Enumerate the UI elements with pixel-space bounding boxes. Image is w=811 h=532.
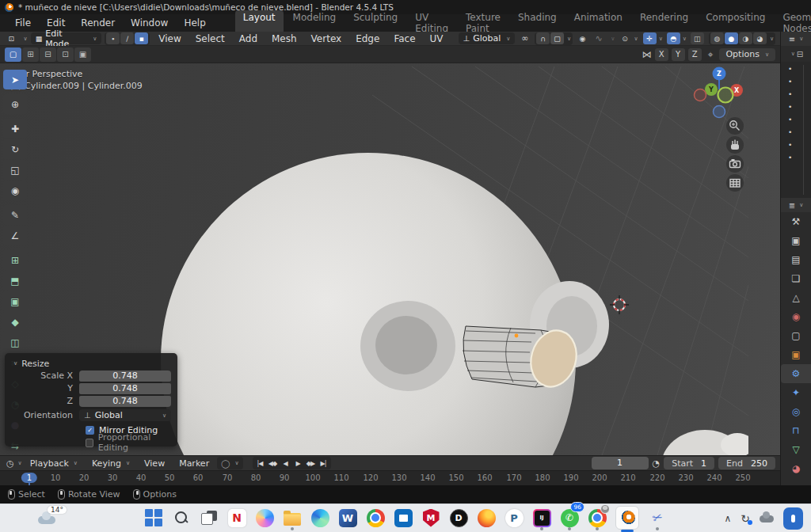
select-extend-icon[interactable]: ⊞ xyxy=(22,48,39,62)
microphone-button[interactable] xyxy=(783,507,803,530)
blender-app-active[interactable] xyxy=(615,507,640,529)
tool-bevel[interactable]: ◆ xyxy=(3,312,27,332)
tool-cursor[interactable]: ⊕ xyxy=(3,94,27,114)
camera-view-button[interactable] xyxy=(726,155,744,173)
select-new-icon[interactable]: ▢ xyxy=(5,48,21,62)
menu-view[interactable]: View xyxy=(153,33,186,44)
scale-y-field[interactable]: 0.748 xyxy=(79,383,171,394)
copilot-app[interactable] xyxy=(254,507,275,529)
task-view-button[interactable] xyxy=(199,507,219,529)
menu-help[interactable]: Help xyxy=(177,16,212,30)
tool-select-box[interactable]: ➤ xyxy=(3,70,27,89)
tab-material-properties[interactable]: ◕ xyxy=(781,459,811,478)
menu-select[interactable]: Select xyxy=(190,33,230,44)
gizmo-minus-y-axis[interactable] xyxy=(718,88,733,103)
menu-uv[interactable]: UV xyxy=(425,33,449,44)
start-button[interactable] xyxy=(143,507,164,529)
search-button[interactable] xyxy=(171,507,192,529)
select-subtract-icon[interactable]: ⊟ xyxy=(40,48,56,62)
tab-modifier-properties[interactable]: ⚙ xyxy=(781,364,811,383)
file-explorer-app[interactable] xyxy=(282,507,303,529)
menu-mesh[interactable]: Mesh xyxy=(266,33,303,44)
menu-edge[interactable]: Edge xyxy=(350,33,385,44)
button-cylinder-mesh[interactable] xyxy=(661,430,748,455)
outliner-item[interactable]: • xyxy=(788,66,792,72)
snap-magnet-icon[interactable]: ∩ xyxy=(536,32,550,44)
mirror-x-button[interactable]: X xyxy=(655,48,668,61)
shading-material-icon[interactable]: ◑ xyxy=(739,32,752,44)
outliner-header[interactable]: ≡ ∨ xyxy=(781,32,811,46)
tab-tool-properties[interactable]: ⚒ xyxy=(781,212,811,231)
snap-link-icon[interactable]: ∞ xyxy=(518,32,531,44)
menu-window[interactable]: Window xyxy=(124,16,175,30)
taskbar-weather-widget[interactable]: 14° xyxy=(36,508,68,529)
prev-keyframe-button[interactable]: ◀◆ xyxy=(267,460,279,467)
tool-measure[interactable]: ∠ xyxy=(3,226,27,245)
outliner-item[interactable]: • xyxy=(788,142,792,148)
outliner-filter-row[interactable]: ∨ ⊟ xyxy=(781,46,811,62)
menu-keying[interactable]: Keying ∨ xyxy=(86,458,136,469)
tab-data-properties[interactable]: ▽ xyxy=(781,440,811,459)
menu-file[interactable]: File xyxy=(8,16,38,30)
orientation-select[interactable]: ⊥ Global ∨ xyxy=(79,409,171,421)
netflix-app[interactable]: N xyxy=(227,507,247,529)
resize-panel-header[interactable]: ∨ Resize xyxy=(11,357,171,370)
whatsapp-app[interactable]: ✆96 xyxy=(559,507,580,529)
menu-marker[interactable]: Marker xyxy=(173,458,215,469)
snap-target-icon[interactable]: ⌖ xyxy=(708,49,714,60)
jump-to-start-button[interactable]: |◀ xyxy=(254,460,266,467)
microsoft-store-app[interactable] xyxy=(393,507,413,529)
outliner-item[interactable]: • xyxy=(788,104,792,110)
outliner-tree[interactable]: • • • • • • • • xyxy=(781,62,811,198)
outliner-item[interactable]: • xyxy=(788,79,792,85)
gizmo-minus-x-axis[interactable] xyxy=(695,89,706,101)
editor-type-icon[interactable]: ⊡ xyxy=(5,32,18,44)
perspective-toggle-button[interactable] xyxy=(726,174,744,192)
visibility-filter-icon[interactable]: ⊙ xyxy=(619,32,632,44)
toggle-xray-icon[interactable]: ◫ xyxy=(691,32,704,44)
tab-constraint-properties[interactable]: ⊓ xyxy=(781,421,811,440)
chrome-app[interactable] xyxy=(365,507,386,529)
outliner-item[interactable]: • xyxy=(788,130,792,135)
outliner-item[interactable]: • xyxy=(788,155,792,161)
show-gizmo-icon[interactable]: ✛ xyxy=(643,32,657,44)
tool-annotate[interactable]: ✎ xyxy=(3,205,27,225)
zoom-button[interactable] xyxy=(726,117,744,135)
navigation-gizmo[interactable]: Z Y X xyxy=(695,67,744,118)
mcafee-app[interactable]: M xyxy=(421,507,441,529)
outliner-item[interactable]: • xyxy=(788,117,792,123)
timeline-ruler[interactable]: 1 10 20 30 40 50 60 70 80 90 100 110 120… xyxy=(0,470,780,485)
tab-collection-properties[interactable]: ▢ xyxy=(781,326,811,345)
tab-viewlayer-properties[interactable]: ❏ xyxy=(781,269,811,288)
tray-expand-chevron[interactable]: ∧ xyxy=(724,513,731,524)
tool-transform[interactable]: ◉ xyxy=(3,180,27,200)
snowman-head-mesh[interactable] xyxy=(161,153,576,455)
outliner-item[interactable]: • xyxy=(788,92,792,97)
jump-to-end-button[interactable]: ▶| xyxy=(318,460,329,467)
play-reverse-button[interactable]: ◀ xyxy=(280,460,291,467)
shading-wireframe-icon[interactable]: ◍ xyxy=(710,32,724,44)
timeline-editor-icon[interactable]: ◷ xyxy=(6,458,14,469)
gizmo-minus-z-axis[interactable] xyxy=(714,106,725,118)
proportional-editing-icon[interactable]: ◉ xyxy=(576,32,589,44)
falloff-icon[interactable]: ∿ xyxy=(592,32,606,44)
menu-vertex[interactable]: Vertex xyxy=(306,33,348,44)
tool-extrude-region[interactable]: ⬒ xyxy=(3,271,27,291)
tool-loop-cut[interactable]: ◫ xyxy=(3,332,27,352)
tab-object-properties[interactable]: ▣ xyxy=(781,345,811,364)
scale-x-field[interactable]: 0.748 xyxy=(79,370,171,382)
tool-add-cube[interactable]: ⊞ xyxy=(3,250,27,270)
show-overlays-icon[interactable]: ◓ xyxy=(667,32,680,44)
word-app[interactable]: W xyxy=(337,507,358,529)
intellij-app[interactable]: IJ xyxy=(531,507,552,529)
scale-z-field[interactable]: 0.748 xyxy=(79,396,171,407)
next-keyframe-button[interactable]: ◆▶ xyxy=(305,460,317,467)
disc-app[interactable]: D xyxy=(448,507,469,529)
select-intersect-icon[interactable]: ▣ xyxy=(74,48,91,62)
proportional-editing-row[interactable]: Proportional Editing xyxy=(86,436,171,449)
viewport-3d[interactable]: Z Y X xyxy=(0,63,780,455)
onedrive-cloud-icon[interactable] xyxy=(760,515,774,522)
auto-keying-button[interactable]: ◯ ∨ xyxy=(217,457,242,469)
menu-face[interactable]: Face xyxy=(388,33,421,44)
pan-hand-button[interactable] xyxy=(726,136,744,154)
